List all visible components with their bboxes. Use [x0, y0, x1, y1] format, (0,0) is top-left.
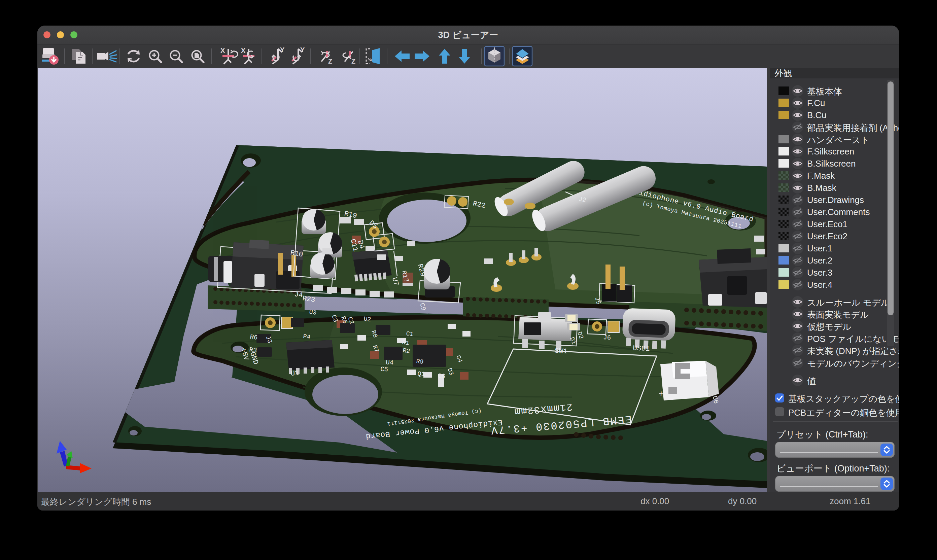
svg-text:Q1: Q1	[417, 370, 425, 378]
svg-text:R2: R2	[402, 347, 410, 355]
svg-text:+: +	[659, 389, 664, 400]
svg-text:J2: J2	[578, 195, 587, 204]
svg-text:U6: U6	[711, 395, 720, 405]
svg-text:Z: Z	[328, 58, 332, 65]
svg-text:SW1: SW1	[555, 347, 568, 355]
svg-text:P4: P4	[303, 333, 311, 341]
svg-text:J6: J6	[603, 334, 611, 342]
svg-text:U3: U3	[309, 309, 317, 316]
svg-text:Y: Y	[300, 46, 305, 54]
svg-text:R1: R1	[402, 339, 409, 347]
svg-text:USB1: USB1	[633, 344, 650, 353]
svg-text:R3: R3	[249, 346, 257, 354]
svg-text:C6: C6	[437, 372, 446, 380]
svg-text:C1: C1	[406, 330, 414, 338]
svg-text:Z: Z	[351, 58, 355, 65]
svg-text:X: X	[220, 47, 225, 54]
svg-text:J4: J4	[294, 291, 303, 299]
svg-text:C5: C5	[380, 366, 388, 374]
svg-text:U2: U2	[363, 315, 371, 323]
svg-text:R9: R9	[415, 358, 424, 366]
svg-text:Y: Y	[280, 46, 285, 54]
svg-text:X: X	[241, 47, 246, 54]
svg-text:U4: U4	[386, 359, 394, 367]
svg-text:R6: R6	[249, 333, 258, 342]
svg-text:U1: U1	[291, 369, 300, 378]
